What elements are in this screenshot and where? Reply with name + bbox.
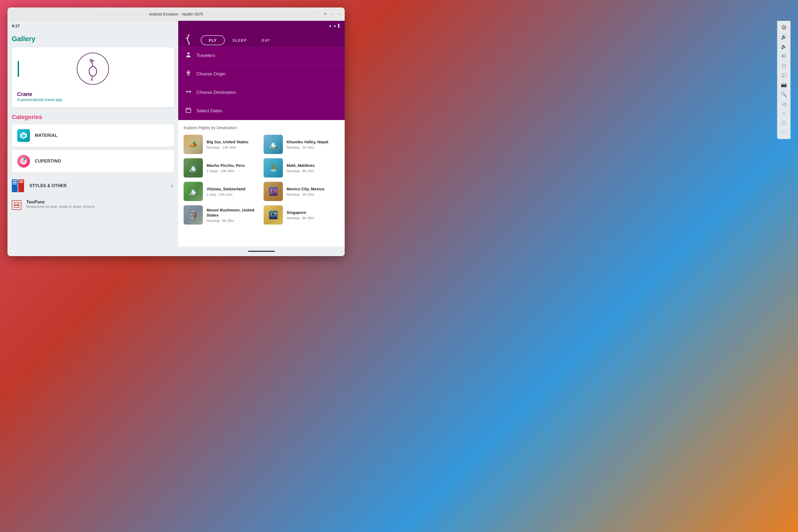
more-button[interactable]: ⋯: [337, 12, 342, 17]
twopane-item[interactable]: TwoPane Responsive on dual, single or la…: [12, 196, 174, 214]
dest-vitznau[interactable]: 🏔️ Vitznau, Switzerland 1 stop · 14h 12m: [184, 182, 259, 201]
dest-machu-picchu[interactable]: 🏔️ Machu Picchu, Peru 2 stops · 19h 40m: [184, 158, 259, 177]
close-button[interactable]: ✕: [323, 12, 328, 17]
scroll-indicator[interactable]: [18, 61, 19, 77]
origin-row[interactable]: Choose Origin: [178, 65, 345, 83]
origin-icon: [185, 70, 192, 78]
nav-eat[interactable]: EAT: [254, 36, 278, 45]
crane-brand-svg: [184, 34, 195, 45]
dest-name-mexico-city: Mexico City, Mexico: [287, 186, 324, 192]
dates-row[interactable]: Select Dates: [178, 102, 345, 120]
travelers-label: Travelers: [196, 53, 215, 58]
dest-image-mount-rushmore: 🗿: [184, 205, 203, 225]
destination-row[interactable]: Choose Destination: [178, 83, 345, 102]
cupertino-icon: [17, 155, 30, 168]
dest-detail-male: Nonstop · 8h 24m: [287, 169, 315, 173]
travelers-icon: [185, 52, 192, 59]
gallery-title: Gallery: [12, 35, 174, 43]
dest-male[interactable]: 🏝️ Malé, Maldives Nonstop · 8h 24m: [264, 158, 339, 177]
dest-name-singapore: Singapore: [287, 210, 314, 215]
dest-detail-singapore: Nonstop · 8h 35m: [287, 216, 314, 220]
dest-image-singapore: 🌃: [264, 205, 283, 225]
dest-mount-rushmore[interactable]: 🗿 Mount Rushmore, United States Nonstop …: [184, 205, 259, 225]
signal-icon: ▲: [333, 24, 337, 27]
styles-icon: [12, 179, 25, 192]
title-bar-controls: ✕ – ⋯: [323, 12, 342, 17]
nav-fly[interactable]: FLY: [201, 35, 225, 45]
svg-point-0: [89, 66, 96, 76]
dest-name-khumbu: Khumbu Valley, Nepal: [287, 139, 328, 145]
svg-rect-16: [186, 108, 191, 113]
svg-point-13: [187, 52, 189, 55]
dest-image-khumbu: 🏔️: [264, 135, 283, 154]
crane-brand: [184, 34, 195, 46]
emulator-window: Android Emulator - <build>:5575 ✕ – ⋯ 9:…: [7, 7, 345, 256]
status-time: 9:27: [12, 23, 20, 28]
styles-label: STYLES & OTHER: [30, 184, 170, 188]
more-vert-icon[interactable]: ⋯: [781, 129, 786, 135]
svg-rect-10: [14, 203, 19, 205]
volume-down-icon[interactable]: 🔈: [781, 43, 787, 50]
dest-image-machu-picchu: 🏔️: [184, 158, 203, 177]
right-panel: ▲ ▲ ▌ FLY SLEEP EA: [178, 21, 345, 256]
categories-title: Categories: [12, 114, 174, 120]
styles-chevron-icon: ∧: [170, 183, 174, 189]
crane-nav: FLY SLEEP EAT: [201, 35, 278, 45]
power-icon[interactable]: ⏻: [781, 24, 786, 30]
nav-sleep[interactable]: SLEEP: [225, 36, 254, 45]
dest-mexico-city[interactable]: 🌆 Mexico City, Mexico Nonstop · 5h 24m: [264, 182, 339, 201]
dest-name-mount-rushmore: Mount Rushmore, United States: [206, 207, 259, 218]
emulator-content: 9:27 Gallery: [7, 21, 345, 256]
camera-icon[interactable]: 📷: [781, 82, 787, 88]
bottom-nav: [178, 246, 345, 256]
explore-section: Explore Flights by Destination 🏕️ Big Su…: [178, 120, 345, 246]
travelers-row[interactable]: Travelers: [178, 46, 345, 65]
svg-point-9: [23, 158, 26, 160]
dest-detail-mexico-city: Nonstop · 5h 24m: [287, 192, 324, 196]
dest-name-machu-picchu: Machu Picchu, Peru: [206, 163, 245, 168]
gallery-content: Gallery: [7, 31, 178, 256]
zoom-icon[interactable]: 🔍: [781, 91, 787, 97]
dest-detail-khumbu: Nonstop · 5h 16m: [287, 146, 328, 149]
material-icon-svg: [20, 132, 28, 139]
dest-detail-vitznau: 1 stop · 14h 12m: [206, 192, 246, 196]
cupertino-label: CUPERTINO: [35, 159, 168, 164]
dest-singapore[interactable]: 🌃 Singapore Nonstop · 8h 35m: [264, 205, 339, 225]
wifi-icon: ▲: [329, 24, 332, 27]
destination-icon: [185, 89, 192, 96]
crane-logo-svg: [84, 57, 102, 81]
twopane-name: TwoPane: [26, 200, 174, 205]
back-icon[interactable]: ◁: [782, 101, 786, 107]
styles-header[interactable]: STYLES & OTHER ∧: [12, 176, 174, 196]
crane-form: Travelers Choose Origin: [178, 46, 345, 120]
eraser-icon[interactable]: ◻: [782, 62, 786, 69]
news-icon[interactable]: 📰: [781, 72, 787, 78]
dest-detail-machu-picchu: 2 stops · 19h 40m: [206, 169, 245, 173]
twopane-desc: Responsive on dual, single or larger scr…: [26, 205, 174, 209]
dest-image-mexico-city: 🌆: [264, 182, 283, 201]
minimize-button[interactable]: –: [330, 12, 334, 17]
explore-title: Explore Flights by Destination: [184, 126, 339, 130]
circle-icon[interactable]: ○: [782, 111, 785, 116]
origin-label: Choose Origin: [196, 71, 225, 77]
destination-grid: 🏕️ Big Sur, United States Nonstop · 13h …: [184, 135, 339, 225]
square-icon[interactable]: □: [782, 120, 785, 126]
dest-khumbu[interactable]: 🏔️ Khumbu Valley, Nepal Nonstop · 5h 16m: [264, 135, 339, 154]
svg-point-15: [188, 72, 189, 74]
destination-label: Choose Destination: [196, 90, 236, 95]
left-panel: 9:27 Gallery: [7, 21, 178, 256]
title-bar: Android Emulator - <build>:5575 ✕ – ⋯: [7, 7, 345, 21]
status-bar-right: ▲ ▲ ▌: [178, 21, 345, 31]
dates-icon: [185, 107, 192, 115]
featured-card[interactable]: Crane A personalized travel app: [12, 47, 174, 107]
crane-logo: [77, 53, 109, 85]
dest-image-male: 🏝️: [264, 158, 283, 177]
category-item-cupertino[interactable]: CUPERTINO: [12, 150, 174, 172]
volume-up-icon[interactable]: 🔊: [781, 34, 787, 40]
bottom-bar: [248, 251, 275, 252]
tag-icon[interactable]: 🏷: [781, 53, 786, 59]
dest-name-big-sur: Big Sur, United States: [206, 139, 249, 145]
category-item-material[interactable]: MATERIAL: [12, 124, 174, 147]
dest-big-sur[interactable]: 🏕️ Big Sur, United States Nonstop · 13h …: [184, 135, 259, 154]
dest-image-big-sur: 🏕️: [184, 135, 203, 154]
